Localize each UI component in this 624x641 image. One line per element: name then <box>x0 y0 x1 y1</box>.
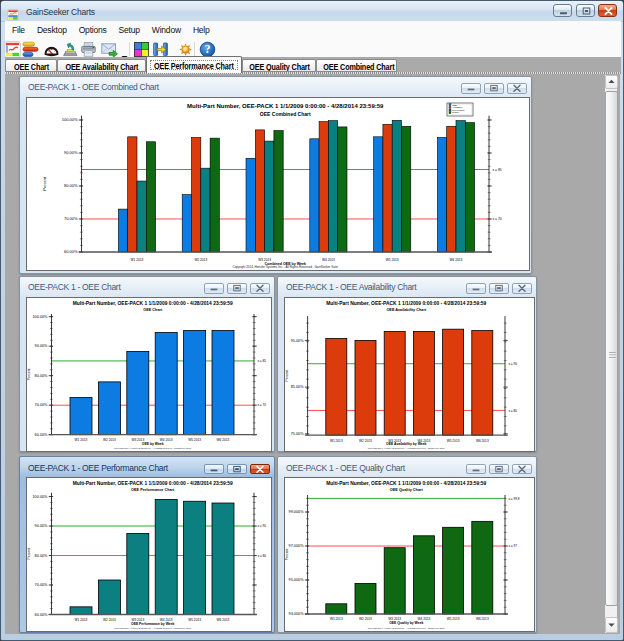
tab-oee-availability-chart[interactable]: OEE Availability Chart <box>57 59 146 72</box>
svg-text:Copyright 2014, Hertzler Syste: Copyright 2014, Hertzler Systems Inc. - … <box>114 447 192 450</box>
bar-oee-0 <box>118 209 127 252</box>
chart-canvas: Multi-Part Number, OEE-PACK 1 1/1/2009 0… <box>26 97 530 271</box>
bar-oee-5 <box>212 330 234 434</box>
help-icon[interactable]: ? <box>199 41 216 58</box>
child-close-button[interactable] <box>512 464 532 475</box>
svg-text:x = 85: x = 85 <box>492 167 501 171</box>
scroll-up-button[interactable] <box>605 75 618 89</box>
title-bar[interactable]: GainSeeker Charts <box>1 1 623 22</box>
child-window-title-bar[interactable]: OEE-PACK 1 - OEE Availability Chart <box>278 277 536 297</box>
svg-text:75.00%: 75.00% <box>291 432 305 436</box>
child-minimize-button[interactable] <box>461 83 481 94</box>
bar-performance-3 <box>155 499 177 614</box>
gauge-icon[interactable] <box>43 41 60 58</box>
svg-text:Multi-Part Number, OEE-PACK 1: Multi-Part Number, OEE-PACK 1 1/1/2009 0… <box>326 481 486 486</box>
child-window-oee-pack-1-oee-availability-chart[interactable]: OEE-PACK 1 - OEE Availability ChartMulti… <box>277 276 537 453</box>
child-maximize-button[interactable] <box>227 283 247 294</box>
svg-text:Copyright 2014, Hertzler Syste: Copyright 2014, Hertzler Systems Inc. - … <box>114 627 192 630</box>
scrollbar-thumb[interactable] <box>605 91 618 606</box>
bar-oee-2 <box>246 158 255 252</box>
child-minimize-button[interactable] <box>466 464 486 475</box>
menu-options[interactable]: Options <box>73 22 113 38</box>
menu-help[interactable]: Help <box>187 22 216 38</box>
child-window-title-bar[interactable]: OEE-PACK 1 - OEE Performance Chart <box>20 457 274 477</box>
chart-window-icon[interactable] <box>4 41 21 58</box>
bar-oee-4 <box>374 136 383 251</box>
child-close-button[interactable] <box>250 464 270 475</box>
child-close-button[interactable] <box>512 283 532 294</box>
child-window-oee-pack-1-oee-quality-chart[interactable]: OEE-PACK 1 - OEE Quality ChartMulti-Part… <box>277 456 537 633</box>
tab-oee-chart[interactable]: OEE Chart <box>5 59 57 72</box>
menu-file[interactable]: File <box>6 22 31 38</box>
tab-oee-performance-chart[interactable]: OEE Performance Chart <box>146 56 242 74</box>
minimize-button[interactable] <box>553 4 573 17</box>
svg-text:100.00%: 100.00% <box>33 314 49 318</box>
sun-settings-icon[interactable] <box>177 41 194 58</box>
svg-text:W6 2013: W6 2013 <box>217 438 230 442</box>
child-window-title-bar[interactable]: OEE-PACK 1 - OEE Chart <box>20 277 274 297</box>
child-window-title-bar[interactable]: OEE-PACK 1 - OEE Quality Chart <box>278 457 536 477</box>
bar-performance-5 <box>456 120 465 251</box>
tab-label: OEE Chart <box>14 62 49 72</box>
menu-setup[interactable]: Setup <box>113 22 146 38</box>
scroll-down-button[interactable] <box>605 617 618 633</box>
bar-quality-4 <box>443 527 464 614</box>
svg-text:60.00%: 60.00% <box>35 433 49 437</box>
svg-text:W5 2013: W5 2013 <box>188 438 201 442</box>
svg-text:93.000%: 93.000% <box>289 612 305 616</box>
svg-text:W1 2013: W1 2013 <box>75 438 88 442</box>
bar-quality-0 <box>326 604 347 614</box>
toolbar-separator <box>129 42 133 56</box>
child-window-oee-pack-1-oee-combined-chart[interactable]: OEE-PACK 1 - OEE Combined ChartMulti-Par… <box>19 76 532 274</box>
svg-text:OEE Combined Chart: OEE Combined Chart <box>260 110 311 116</box>
bar-quality-5 <box>472 521 493 614</box>
child-window-oee-pack-1-oee-chart[interactable]: OEE-PACK 1 - OEE ChartMulti-Part Number,… <box>19 276 275 453</box>
svg-text:Multi-Part Number, OEE-PACK 1: Multi-Part Number, OEE-PACK 1 1/1/2009 0… <box>73 300 233 305</box>
child-minimize-button[interactable] <box>204 464 224 475</box>
menu-window[interactable]: Window <box>146 22 187 38</box>
svg-text:W5 2013: W5 2013 <box>386 257 399 261</box>
svg-text:100.00%: 100.00% <box>62 117 78 122</box>
send-mail-icon[interactable] <box>101 41 118 58</box>
data-entry-icon[interactable] <box>62 41 79 58</box>
svg-text:OEE Quality Chart: OEE Quality Chart <box>390 488 424 492</box>
maximize-button[interactable] <box>576 4 596 17</box>
tab-oee-combined-chart[interactable]: OEE Combined Chart <box>316 59 397 72</box>
svg-text:W2 2013: W2 2013 <box>359 438 372 442</box>
child-close-button[interactable] <box>250 283 270 294</box>
tab-label: OEE Availability Chart <box>65 62 138 72</box>
svg-text:W5 2013: W5 2013 <box>447 438 460 442</box>
svg-text:60.00%: 60.00% <box>35 613 49 617</box>
hub-arrow-icon[interactable] <box>152 41 169 58</box>
svg-text:Percent: Percent <box>285 369 289 381</box>
pareto-bars-icon[interactable] <box>22 41 39 58</box>
child-minimize-button[interactable] <box>466 283 486 294</box>
bar-performance-5 <box>212 503 234 614</box>
send-mail-dropdown-caret[interactable] <box>121 46 128 51</box>
svg-text:OEE Availability Chart: OEE Availability Chart <box>386 307 427 311</box>
child-maximize-button[interactable] <box>484 83 504 94</box>
child-window-title-bar[interactable]: OEE-PACK 1 - OEE Combined Chart <box>20 77 531 97</box>
tile-windows-icon[interactable] <box>133 41 150 58</box>
child-maximize-button[interactable] <box>489 464 509 475</box>
toolbar-separator <box>194 42 198 56</box>
child-window-oee-pack-1-oee-performance-chart[interactable]: OEE-PACK 1 - OEE Performance ChartMulti-… <box>19 456 275 633</box>
child-minimize-button[interactable] <box>204 283 224 294</box>
svg-text:90.00%: 90.00% <box>35 344 49 348</box>
child-maximize-button[interactable] <box>489 283 509 294</box>
bar-quality-5 <box>465 122 474 251</box>
child-window-title: OEE-PACK 1 - OEE Quality Chart <box>286 463 405 473</box>
vertical-scrollbar[interactable] <box>605 75 618 633</box>
bar-availability-0 <box>326 338 347 435</box>
close-button[interactable] <box>598 4 618 17</box>
svg-text:?: ? <box>204 43 210 55</box>
printer-icon[interactable] <box>80 41 97 58</box>
tab-oee-quality-chart[interactable]: OEE Quality Chart <box>242 59 316 72</box>
child-maximize-button[interactable] <box>227 464 247 475</box>
child-close-button[interactable] <box>507 83 527 94</box>
svg-text:70.00%: 70.00% <box>35 403 49 407</box>
bar-performance-4 <box>392 120 401 252</box>
svg-text:W3 2013: W3 2013 <box>258 257 271 261</box>
svg-text:x = 90: x = 90 <box>257 524 266 528</box>
menu-desktop[interactable]: Desktop <box>31 22 73 38</box>
